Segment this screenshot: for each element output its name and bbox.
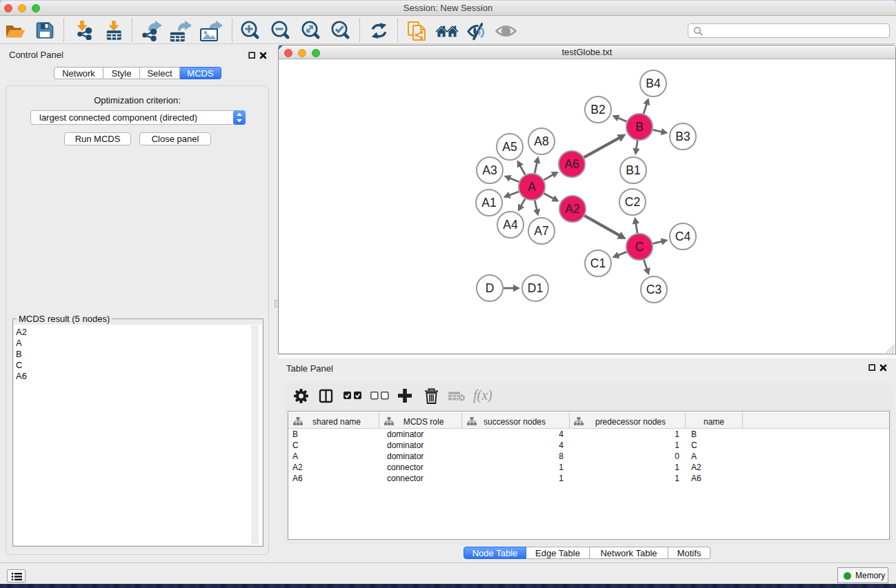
svg-text:D1: D1 [528, 281, 543, 295]
svg-text:A6: A6 [564, 157, 579, 171]
svg-text:A: A [528, 180, 536, 194]
svg-text:A5: A5 [502, 140, 517, 154]
svg-text:A2: A2 [565, 202, 579, 216]
svg-text:A4: A4 [503, 218, 518, 232]
svg-text:C2: C2 [625, 195, 640, 209]
svg-text:A1: A1 [481, 196, 496, 210]
svg-text:B3: B3 [675, 130, 690, 143]
svg-text:B: B [635, 120, 644, 134]
svg-text:C4: C4 [675, 230, 691, 243]
svg-text:C3: C3 [646, 283, 661, 296]
svg-text:A8: A8 [534, 134, 548, 148]
svg-text:C: C [635, 240, 644, 254]
svg-text:B2: B2 [590, 103, 605, 116]
svg-text:B1: B1 [626, 163, 640, 177]
svg-text:A3: A3 [482, 163, 497, 177]
svg-text:A7: A7 [534, 224, 548, 238]
svg-text:C1: C1 [590, 256, 606, 270]
svg-text:D: D [486, 281, 495, 295]
svg-text:B4: B4 [646, 77, 661, 90]
